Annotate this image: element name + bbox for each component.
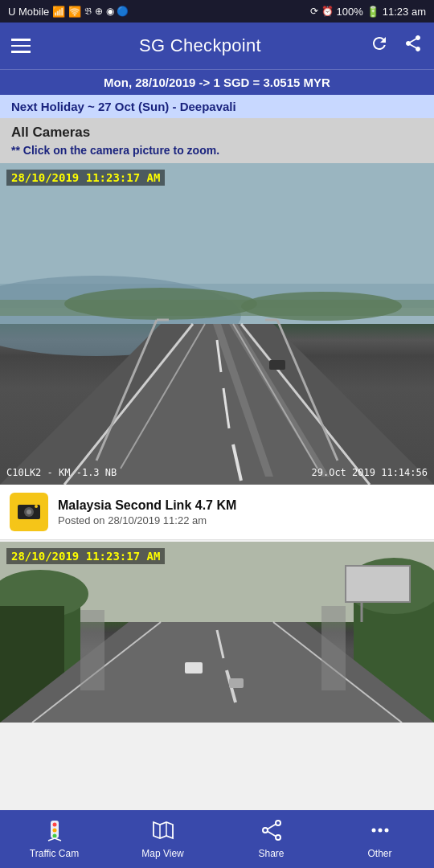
- menu-button[interactable]: [11, 39, 31, 53]
- cam-feed-1[interactable]: 28/10/2019 11:23:17 AM C10LK2 - KM -1.3 …: [0, 163, 434, 485]
- svg-rect-40: [229, 678, 244, 688]
- tab-other-label: Other: [367, 848, 391, 859]
- tab-map-view[interactable]: Map View: [108, 810, 217, 868]
- svg-point-48: [52, 834, 56, 838]
- nav-bar: SG Checkpoint: [0, 23, 434, 69]
- bluetooth-icon: 𝔅: [84, 6, 92, 17]
- svg-line-57: [268, 825, 276, 829]
- wifi-icon: 🛜: [68, 6, 81, 18]
- traffic-cam-icon: [43, 819, 66, 845]
- svg-point-46: [52, 823, 56, 827]
- map-view-icon: [152, 819, 174, 845]
- camera-image-2[interactable]: 28/10/2019 11:23:17 AM: [0, 542, 434, 723]
- svg-point-54: [276, 821, 280, 825]
- svg-point-55: [263, 828, 268, 833]
- svg-point-26: [35, 505, 38, 508]
- holiday-banner: Next Holiday ~ 27 Oct (Sun) - Deepavali: [0, 95, 434, 118]
- cam-feed-2[interactable]: 28/10/2019 11:23:17 AM: [0, 542, 434, 723]
- exchange-text: Mon, 28/10/2019 -> 1 SGD = 3.0515 MYR: [104, 76, 330, 89]
- content-area: All Cameras ** Click on the camera pictu…: [0, 118, 434, 788]
- cam1-label-left: C10LK2 - KM -1.3 NB: [6, 467, 117, 478]
- tab-other[interactable]: Other: [326, 810, 434, 868]
- camera-name-1: Malaysia Second Link 4.7 KM: [58, 498, 236, 513]
- screen-rotate-icon: ⟳: [310, 6, 318, 17]
- tab-share-label: Share: [258, 848, 284, 859]
- battery-text: 100%: [337, 6, 363, 18]
- other-icon: [369, 819, 391, 845]
- nav-actions: [370, 34, 423, 58]
- cam1-timestamp: 28/10/2019 11:23:17 AM: [6, 170, 165, 186]
- exchange-banner: Mon, 28/10/2019 -> 1 SGD = 3.0515 MYR: [0, 69, 434, 95]
- svg-point-4: [64, 288, 257, 320]
- status-right: ⟳ ⏰ 100% 🔋 11:23 am: [310, 6, 426, 18]
- tab-traffic-cam[interactable]: Traffic Cam: [0, 810, 108, 868]
- signal-icon: 📶: [52, 6, 65, 18]
- camera-text-1: Malaysia Second Link 4.7 KM Posted on 28…: [58, 498, 236, 526]
- svg-point-61: [384, 829, 388, 833]
- svg-point-25: [27, 510, 31, 514]
- carrier-text: U Mobile: [8, 6, 49, 18]
- section-hint: ** Click on the camera picture to zoom.: [11, 144, 423, 157]
- alarm-icon: ⏰: [321, 6, 334, 17]
- cam1-label-right: 29.Oct 2019 11:14:56: [312, 467, 428, 478]
- svg-point-59: [371, 829, 375, 833]
- svg-point-60: [378, 829, 382, 833]
- camera-image-1[interactable]: 28/10/2019 11:23:17 AM C10LK2 - KM -1.3 …: [0, 163, 434, 485]
- section-header: All Cameras ** Click on the camera pictu…: [0, 118, 434, 163]
- status-left: U Mobile 📶 🛜 𝔅 ⊕ ◉ 🔵: [8, 6, 129, 18]
- svg-rect-41: [346, 566, 410, 602]
- tab-traffic-cam-label: Traffic Cam: [30, 848, 79, 859]
- svg-line-58: [268, 832, 276, 837]
- tab-map-view-label: Map View: [141, 848, 183, 859]
- refresh-button[interactable]: [370, 34, 389, 58]
- tab-share[interactable]: Share: [217, 810, 326, 868]
- camera-card-1[interactable]: 28/10/2019 11:23:17 AM C10LK2 - KM -1.3 …: [0, 163, 434, 540]
- section-title: All Cameras: [11, 125, 423, 141]
- svg-rect-39: [185, 662, 203, 674]
- cam2-timestamp: 28/10/2019 11:23:17 AM: [6, 548, 165, 564]
- app-icons: ⊕ ◉ 🔵: [95, 6, 129, 17]
- share-button[interactable]: [403, 34, 423, 58]
- battery-icon: 🔋: [366, 6, 379, 18]
- status-bar: U Mobile 📶 🛜 𝔅 ⊕ ◉ 🔵 ⟳ ⏰ 100% 🔋 11:23 am: [0, 0, 434, 23]
- holiday-text: Next Holiday ~ 27 Oct (Sun) - Deepavali: [11, 100, 236, 113]
- svg-rect-43: [80, 610, 104, 690]
- svg-rect-19: [269, 360, 285, 370]
- time-text: 11:23 am: [383, 6, 426, 18]
- nav-title: SG Checkpoint: [139, 35, 261, 56]
- svg-rect-44: [321, 606, 346, 690]
- camera-posted-1: Posted on 28/10/2019 11:22 am: [58, 514, 236, 526]
- svg-marker-51: [154, 822, 173, 838]
- camera-card-2[interactable]: 28/10/2019 11:23:17 AM: [0, 542, 434, 723]
- camera-brand-icon: [10, 493, 48, 531]
- svg-point-47: [52, 829, 56, 833]
- svg-line-50: [55, 838, 61, 841]
- svg-line-49: [48, 838, 55, 841]
- share-icon: [260, 819, 283, 845]
- camera-info-1: Malaysia Second Link 4.7 KM Posted on 28…: [0, 485, 434, 540]
- svg-point-5: [241, 292, 402, 321]
- tab-bar: Traffic Cam Map View Share: [0, 810, 434, 868]
- svg-point-56: [276, 835, 280, 840]
